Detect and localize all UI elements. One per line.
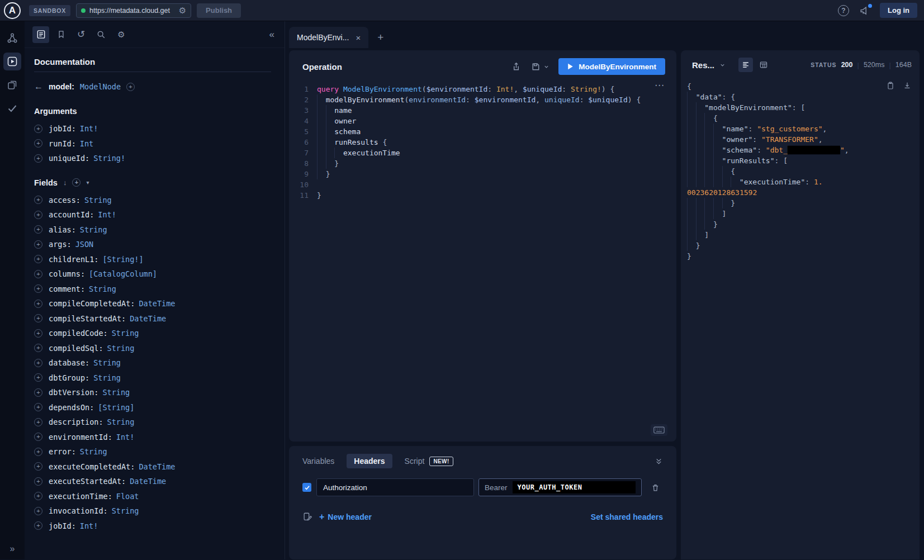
field-row[interactable]: +accountId:Int!: [34, 207, 271, 222]
field-row[interactable]: +compileStartedAt:DateTime: [34, 311, 271, 326]
endpoint-input[interactable]: https://metadata.cloud.get ⚙: [76, 3, 191, 18]
field-type[interactable]: String: [93, 373, 121, 382]
field-type[interactable]: String: [112, 329, 139, 338]
code-line[interactable]: 6 runResults {: [295, 137, 676, 148]
add-field-icon[interactable]: +: [34, 359, 42, 367]
field-row[interactable]: +environmentId:Int!: [34, 430, 271, 445]
tab-modelbyenvironment[interactable]: ModelByEnvi... ×: [289, 27, 368, 48]
add-field-icon[interactable]: +: [34, 196, 42, 204]
help-icon[interactable]: ?: [838, 5, 849, 16]
field-type[interactable]: Int: [80, 139, 93, 148]
publish-button[interactable]: Publish: [197, 3, 241, 18]
field-type[interactable]: Int!: [98, 210, 116, 219]
field-type[interactable]: String: [93, 358, 121, 367]
field-type[interactable]: JSON: [75, 240, 94, 249]
table-view-icon[interactable]: [756, 58, 771, 72]
field-type[interactable]: Int!: [80, 521, 98, 530]
header-value-input[interactable]: Bearer YOUR_AUTH_TOKEN: [478, 478, 642, 496]
field-type[interactable]: Int!: [80, 124, 98, 133]
field-type[interactable]: String: [107, 417, 135, 426]
code-line[interactable]: 9 }: [295, 169, 676, 179]
collapse-panel-icon[interactable]: [655, 457, 663, 466]
add-field-icon[interactable]: +: [34, 507, 42, 515]
field-type[interactable]: DateTime: [139, 462, 175, 471]
argument-row[interactable]: +uniqueId:String!: [34, 151, 271, 166]
add-field-icon[interactable]: +: [34, 329, 42, 338]
field-type[interactable]: [String]: [98, 403, 134, 412]
field-type[interactable]: String: [80, 447, 107, 456]
field-row[interactable]: +executeStartedAt:DateTime: [34, 474, 271, 489]
field-row[interactable]: +childrenL1:[String!]: [34, 252, 271, 267]
settings-icon[interactable]: ⚙: [113, 26, 130, 43]
add-field-icon[interactable]: +: [34, 403, 42, 411]
field-row[interactable]: +alias:String: [34, 222, 271, 238]
add-field-icon[interactable]: +: [34, 462, 42, 471]
field-type[interactable]: String: [84, 196, 112, 205]
field-row[interactable]: +dbtVersion:String: [34, 385, 271, 400]
back-icon[interactable]: ←: [34, 82, 43, 92]
add-field-icon[interactable]: +: [34, 433, 42, 441]
code-line[interactable]: 2 modelByEnvironment(environmentId: $env…: [295, 94, 676, 105]
field-type[interactable]: String!: [93, 154, 125, 163]
new-header-button[interactable]: + New header: [319, 512, 372, 522]
code-line[interactable]: 8 }: [295, 158, 676, 169]
connection-settings-icon[interactable]: ⚙: [179, 6, 186, 15]
field-row[interactable]: +executeCompletedAt:DateTime: [34, 459, 271, 474]
argument-row[interactable]: +jobId:Int!: [34, 121, 271, 136]
code-line[interactable]: 11}: [295, 190, 676, 201]
copy-response-icon[interactable]: [886, 81, 895, 90]
apollo-logo[interactable]: A: [0, 2, 25, 19]
field-row[interactable]: +jobId:Int!: [34, 519, 271, 534]
field-row[interactable]: +compileCompletedAt:DateTime: [34, 296, 271, 311]
add-field-icon[interactable]: +: [34, 284, 42, 293]
field-type[interactable]: [CatalogColumn]: [89, 269, 157, 278]
code-line[interactable]: 10: [295, 179, 676, 190]
field-row[interactable]: +database:String: [34, 355, 271, 371]
field-row[interactable]: +dbtGroup:String: [34, 371, 271, 386]
add-field-icon[interactable]: +: [34, 373, 42, 382]
chevron-down-icon[interactable]: ▾: [86, 179, 89, 186]
saved-operations-icon[interactable]: [53, 26, 69, 43]
header-key-input[interactable]: Authorization: [316, 478, 474, 496]
field-row[interactable]: +columns:[CatalogColumn]: [34, 267, 271, 282]
expand-rail-icon[interactable]: »: [10, 544, 15, 559]
add-field-icon[interactable]: +: [34, 125, 42, 133]
run-operation-button[interactable]: ModelByEnvironment: [558, 58, 665, 75]
sort-fields-icon[interactable]: ↓: [63, 178, 67, 187]
header-enabled-checkbox[interactable]: [302, 483, 311, 492]
add-field-icon[interactable]: +: [34, 300, 42, 308]
add-field-icon[interactable]: +: [34, 448, 42, 456]
checks-icon[interactable]: [3, 99, 21, 117]
save-operation-button[interactable]: [530, 61, 549, 72]
field-type[interactable]: DateTime: [139, 299, 175, 308]
field-type[interactable]: DateTime: [130, 314, 166, 323]
field-row[interactable]: +dependsOn:[String]: [34, 400, 271, 415]
response-title[interactable]: Res...: [692, 60, 714, 70]
history-icon[interactable]: ↺: [73, 26, 89, 43]
add-field-icon[interactable]: +: [34, 388, 42, 397]
delete-header-icon[interactable]: [651, 483, 660, 492]
collapse-docs-icon[interactable]: «: [269, 29, 274, 40]
field-row[interactable]: +access:String: [34, 193, 271, 208]
raw-view-icon[interactable]: [738, 58, 753, 72]
add-field-icon[interactable]: +: [34, 211, 42, 219]
announcements-icon[interactable]: [859, 6, 870, 16]
field-type[interactable]: String: [107, 344, 135, 353]
field-row[interactable]: +description:String: [34, 415, 271, 430]
argument-row[interactable]: +runId:Int: [34, 136, 271, 151]
search-icon[interactable]: [93, 26, 110, 43]
operations-icon[interactable]: [3, 76, 21, 94]
add-field-icon[interactable]: +: [34, 225, 42, 234]
field-type[interactable]: String: [80, 225, 107, 234]
add-field-icon[interactable]: +: [34, 344, 42, 352]
field-row[interactable]: +compiledSql:String: [34, 341, 271, 356]
field-row[interactable]: +args:JSON: [34, 237, 271, 252]
code-line[interactable]: 4 owner: [295, 116, 676, 126]
add-all-fields-icon[interactable]: +: [126, 83, 135, 91]
code-line[interactable]: 7 executionTime: [295, 148, 676, 158]
set-shared-headers-link[interactable]: Set shared headers: [591, 512, 663, 521]
code-line[interactable]: 5 schema: [295, 126, 676, 137]
editor-menu-icon[interactable]: ⋯: [655, 79, 665, 91]
add-field-icon[interactable]: +: [34, 154, 42, 163]
field-type[interactable]: DateTime: [130, 477, 166, 486]
